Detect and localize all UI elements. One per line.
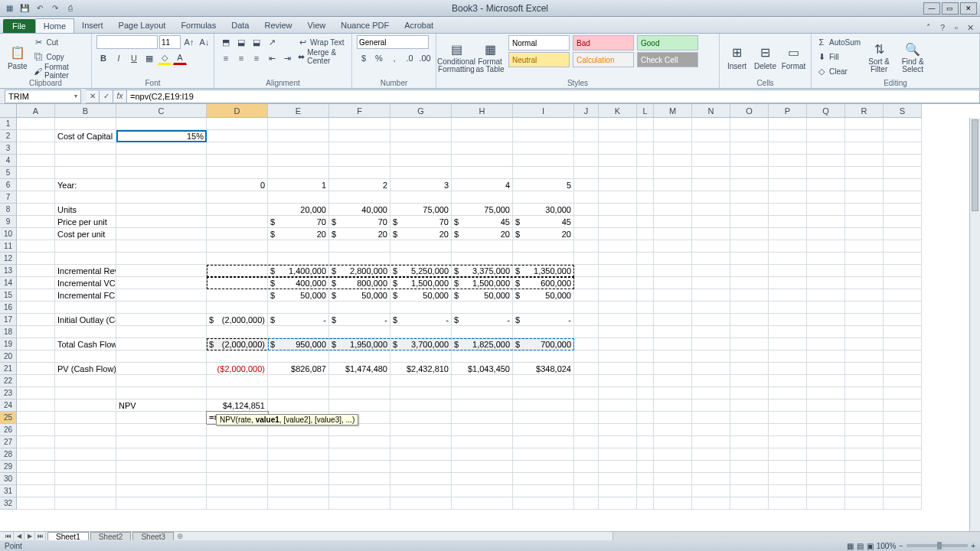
cell-C10[interactable] bbox=[116, 228, 207, 240]
cell-K29[interactable] bbox=[599, 461, 637, 473]
cell-O16[interactable] bbox=[730, 302, 769, 314]
row-header[interactable]: 6 bbox=[0, 179, 17, 191]
cell-A22[interactable] bbox=[17, 375, 55, 387]
cell-N12[interactable] bbox=[692, 253, 730, 265]
cell-J32[interactable] bbox=[574, 497, 599, 510]
cell-K13[interactable] bbox=[599, 265, 637, 277]
cell-B19[interactable]: Total Cash Flow bbox=[55, 338, 116, 350]
file-tab[interactable]: File bbox=[3, 19, 35, 33]
cell-A16[interactable] bbox=[17, 302, 55, 314]
cell-A19[interactable] bbox=[17, 338, 55, 350]
cell-C16[interactable] bbox=[116, 302, 207, 314]
cell-J19[interactable] bbox=[574, 338, 599, 350]
cell-R29[interactable] bbox=[845, 461, 884, 473]
cell-D22[interactable] bbox=[207, 375, 268, 387]
cell-N5[interactable] bbox=[692, 167, 730, 179]
cell-B15[interactable]: Incremental FC bbox=[55, 289, 116, 302]
cell-O14[interactable] bbox=[730, 277, 769, 289]
cell-G28[interactable] bbox=[390, 448, 452, 461]
cell-R8[interactable] bbox=[845, 204, 884, 216]
row-header[interactable]: 15 bbox=[0, 289, 17, 302]
cell-K6[interactable] bbox=[599, 179, 637, 191]
cell-Q13[interactable] bbox=[807, 265, 845, 277]
scrollbar-thumb[interactable] bbox=[972, 119, 978, 211]
cell-I13[interactable]: 1,350,000 bbox=[513, 265, 574, 277]
cell-J7[interactable] bbox=[574, 191, 599, 204]
cell-S4[interactable] bbox=[884, 155, 922, 167]
print-icon[interactable]: ⎙ bbox=[64, 2, 77, 15]
cell-O28[interactable] bbox=[730, 448, 769, 461]
cell-L25[interactable] bbox=[637, 412, 654, 424]
cell-O11[interactable] bbox=[730, 240, 769, 253]
cell-B27[interactable] bbox=[55, 436, 116, 448]
tab-view[interactable]: View bbox=[300, 18, 334, 33]
cell-N30[interactable] bbox=[692, 473, 730, 485]
cell-E23[interactable] bbox=[268, 387, 329, 399]
inc-decimal-icon[interactable]: .0 bbox=[403, 51, 416, 65]
cell-L29[interactable] bbox=[637, 461, 654, 473]
cell-E1[interactable] bbox=[268, 118, 329, 130]
clear-button[interactable]: ◇Clear bbox=[816, 64, 861, 78]
cell-E5[interactable] bbox=[268, 167, 329, 179]
cell-D9[interactable] bbox=[207, 216, 268, 228]
cell-E2[interactable] bbox=[268, 130, 329, 142]
cell-N3[interactable] bbox=[692, 142, 730, 155]
col-header[interactable]: C bbox=[116, 104, 207, 118]
cell-A9[interactable] bbox=[17, 216, 55, 228]
cell-Q29[interactable] bbox=[807, 461, 845, 473]
cell-P31[interactable] bbox=[769, 485, 807, 497]
cell-L14[interactable] bbox=[637, 277, 654, 289]
cell-P11[interactable] bbox=[769, 240, 807, 253]
cell-I26[interactable] bbox=[513, 424, 574, 436]
cell-O10[interactable] bbox=[730, 228, 769, 240]
cell-J30[interactable] bbox=[574, 473, 599, 485]
cell-K18[interactable] bbox=[599, 326, 637, 338]
cell-K21[interactable] bbox=[599, 363, 637, 375]
row-header[interactable]: 24 bbox=[0, 399, 17, 412]
cell-P10[interactable] bbox=[769, 228, 807, 240]
cell-B6[interactable]: Year: bbox=[55, 179, 116, 191]
cell-M24[interactable] bbox=[654, 399, 692, 412]
cell-G8[interactable]: 75,000 bbox=[390, 204, 452, 216]
cell-H15[interactable]: 50,000 bbox=[452, 289, 513, 302]
row-header[interactable]: 10 bbox=[0, 228, 17, 240]
cell-B30[interactable] bbox=[55, 473, 116, 485]
formula-input[interactable]: =npv(C2,E19:I19 bbox=[127, 90, 980, 103]
cell-K19[interactable] bbox=[599, 338, 637, 350]
format-cells-button[interactable]: ▭Format bbox=[781, 35, 806, 78]
comma-icon[interactable]: , bbox=[387, 51, 401, 65]
cell-style-calculation[interactable]: Calculation bbox=[573, 52, 634, 67]
cell-K26[interactable] bbox=[599, 424, 637, 436]
col-header[interactable]: R bbox=[845, 104, 884, 118]
col-header[interactable]: B bbox=[55, 104, 116, 118]
cell-I10[interactable]: 20 bbox=[513, 228, 574, 240]
cell-P30[interactable] bbox=[769, 473, 807, 485]
cell-I28[interactable] bbox=[513, 448, 574, 461]
cell-P17[interactable] bbox=[769, 314, 807, 326]
cell-H12[interactable] bbox=[452, 253, 513, 265]
cell-K4[interactable] bbox=[599, 155, 637, 167]
cell-P29[interactable] bbox=[769, 461, 807, 473]
cell-O8[interactable] bbox=[730, 204, 769, 216]
cell-L1[interactable] bbox=[637, 118, 654, 130]
cell-R11[interactable] bbox=[845, 240, 884, 253]
cell-F4[interactable] bbox=[329, 155, 390, 167]
cell-E24[interactable] bbox=[268, 399, 329, 412]
font-select[interactable] bbox=[96, 35, 158, 49]
cell-M22[interactable] bbox=[654, 375, 692, 387]
cell-I32[interactable] bbox=[513, 497, 574, 510]
cell-O17[interactable] bbox=[730, 314, 769, 326]
cell-O29[interactable] bbox=[730, 461, 769, 473]
cell-N15[interactable] bbox=[692, 289, 730, 302]
cell-S16[interactable] bbox=[884, 302, 922, 314]
indent-dec-icon[interactable]: ⇤ bbox=[265, 51, 279, 65]
cell-C21[interactable] bbox=[116, 363, 207, 375]
currency-icon[interactable]: $ bbox=[357, 51, 371, 65]
cell-O3[interactable] bbox=[730, 142, 769, 155]
cell-R10[interactable] bbox=[845, 228, 884, 240]
row-header[interactable]: 17 bbox=[0, 314, 17, 326]
cell-F26[interactable] bbox=[329, 424, 390, 436]
cell-D16[interactable] bbox=[207, 302, 268, 314]
cell-J8[interactable] bbox=[574, 204, 599, 216]
cell-B22[interactable] bbox=[55, 375, 116, 387]
